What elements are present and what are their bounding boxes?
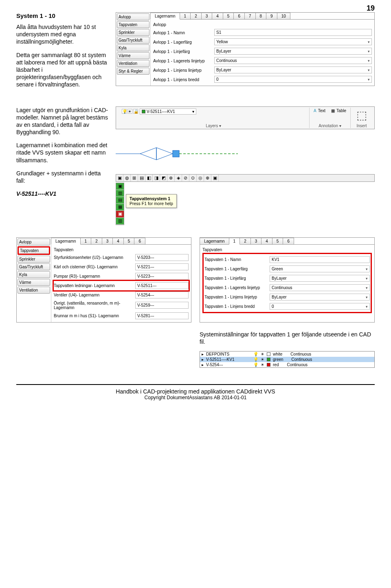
tab-6[interactable]: 6 [283,238,294,244]
property-row: Tappvaten 1 - LagerfärgGreen [204,264,370,274]
property-row: Tappvatten ledningar- LagernamnV-52511--… [53,280,190,292]
tab-2[interactable]: 2 [239,238,251,244]
sidebar-btn-vrme[interactable]: Värme [117,52,149,59]
property-label: Övrigt. (vattenlås, rensanordn, m m)- La… [54,301,135,310]
tab-1[interactable]: 1 [180,13,191,19]
bulb-icon[interactable]: 💡 [122,109,127,114]
tab-7[interactable]: 7 [244,13,256,19]
property-value[interactable]: ByLayer [270,275,370,282]
property-value[interactable]: S1 [214,29,372,36]
tab-5[interactable]: 5 [272,238,283,244]
footer-divider [16,384,375,385]
layer-row[interactable]: ▸V-52511----KV1💡☀greenContinuous [200,357,374,362]
sidebar-btn-ventilation[interactable]: Ventilation [117,60,149,67]
property-value[interactable]: 0 [270,303,370,310]
ribbon-group-annotation[interactable]: Annotation ▾ [313,123,347,128]
property-row: Avlopp 1 - LagerfärgYellow [153,37,372,46]
property-label: Kärl och cisterner (R1)- Lagernamn [54,265,135,269]
sidebar-btn-styrregler[interactable]: Styr & Regler [117,68,149,75]
property-value[interactable]: ByLayer [270,294,370,301]
sidebar-btn-tappvaten[interactable]: Tappvaten [18,246,50,255]
property-value[interactable]: ByLayer [214,66,372,73]
sidebar-btn-ventilation[interactable]: Ventilation [18,287,50,294]
table-button[interactable]: Table [336,108,346,113]
sidebar-btn-sprinkler[interactable]: Sprinkler [117,29,149,36]
layer-linetype: Continuous [292,357,312,362]
tooltip-title: Tappvattensystem 1 [130,196,173,201]
sidebar-btn-gastryckluft[interactable]: Gas/Tryckluft [18,263,50,270]
property-row: Avlopp 1 - Linjens linjetypByLayer [153,65,372,75]
page-number: 19 [367,4,375,13]
property-value[interactable]: V-5203--- [135,254,189,261]
sidebar-btn-gastryckluft[interactable]: Gas/Tryckluft [117,37,149,44]
sidebar-btn-avlopp[interactable]: Avlopp [117,13,149,20]
tab-lagernamn[interactable]: Lagernamn [51,238,81,245]
layer-color: green [273,357,283,362]
svg-rect-3 [173,150,179,157]
layer-color: white [273,352,282,356]
property-value[interactable]: V-52511--- [135,282,189,289]
property-value[interactable]: Yellow [214,38,372,45]
tab-6[interactable]: 6 [233,13,245,19]
property-row: Ventiler (U4)- LagernamnV-5254--- [54,290,189,300]
paragraph-3: Lager utgör en grundfunktion i CAD-model… [16,106,110,136]
tooltip-help: Press F1 for more help [130,201,173,206]
tab-3[interactable]: 3 [250,238,262,244]
property-label: Avlopp 1 - Linjens bredd [153,77,214,82]
tab-2[interactable]: 2 [190,13,202,19]
property-row: Brunnar m m i hus (S1)- LagernamnV-5281-… [54,311,189,321]
insert-icon[interactable]: ⬚ [355,108,369,122]
vertical-toolbar: ▣ ▥ ▤ ▦ ▣ ▥ [116,183,124,225]
property-label: Tappvaten 1 - Linjefärg [204,276,270,281]
tab-1[interactable]: 1 [80,238,92,244]
text-button[interactable]: Text [318,108,325,113]
property-label: Avlopp 1 - Lagerets linjetyp [153,58,214,63]
layer-name: DEFPOINTS [206,352,251,356]
property-value[interactable]: Green [270,265,370,272]
property-value[interactable]: 0 [214,76,372,83]
tab-2[interactable]: 2 [91,238,102,244]
property-label: Ventiler (U4)- Lagernamn [54,293,135,297]
property-value[interactable]: V-5223--- [135,273,189,280]
tab-3[interactable]: 3 [102,238,113,244]
tab-4[interactable]: 4 [212,13,223,19]
tab-3[interactable]: 3 [201,13,213,19]
paragraph-1: Alla åtta huvudsystem har 10 st undersys… [16,23,110,46]
property-value[interactable]: V-5221--- [135,263,189,270]
sidebar-btn-kyla[interactable]: Kyla [117,44,149,51]
property-value[interactable]: KV1 [270,256,370,263]
tab-lagernamn[interactable]: Lagernamn [200,238,229,244]
sidebar-btn-avlopp[interactable]: Avlopp [18,239,50,245]
ribbon-group-insert: Insert [354,123,369,128]
property-value[interactable]: Continuous [270,284,370,291]
tab-1[interactable]: 1 [229,238,240,245]
tab-4[interactable]: 4 [261,238,272,244]
sun-icon[interactable]: ☀ [127,109,132,114]
property-row: Styrfunktionsenheter (U2)- LagernamnV-52… [54,253,189,262]
tab-lagernamn[interactable]: Lagernamn [150,13,180,20]
layer-row[interactable]: ▸V-5254---💡☀redContinuous [200,362,374,367]
tab-10[interactable]: 10 [277,13,290,19]
sidebar-btn-tappvaten[interactable]: Tappvaten [117,21,149,28]
color-swatch [267,352,270,356]
tab-4[interactable]: 4 [112,238,124,244]
property-value[interactable]: V-5281--- [135,312,189,319]
sidebar-btn-sprinkler[interactable]: Sprinkler [18,256,50,263]
sidebar-btn-vrme[interactable]: Värme [18,279,50,286]
ribbon-group-layers[interactable]: Layers ▾ [121,123,306,128]
layer-row[interactable]: ▸DEFPOINTS💡☀whiteContinuous [200,351,374,357]
tab-5[interactable]: 5 [223,13,234,19]
tab-8[interactable]: 8 [255,13,267,19]
sidebar-btn-kyla[interactable]: Kyla [18,271,50,278]
tab-9[interactable]: 9 [266,13,277,19]
lock-icon[interactable]: 🔒 [133,109,138,114]
property-value[interactable]: V-5254--- [135,292,189,298]
property-value[interactable]: V-5259--- [135,302,189,309]
tab-6[interactable]: 6 [134,238,145,244]
footer-title: Handbok i CAD-projektering med applikati… [16,388,375,395]
property-value[interactable]: Continuous [214,57,372,64]
tab-5[interactable]: 5 [123,238,135,244]
current-layer-dropdown[interactable]: V-52511----KV1 ▾ [140,108,196,115]
property-value[interactable]: ByLayer [214,48,372,55]
layer-manager-list: ▸DEFPOINTS💡☀whiteContinuous▸V-52511----K… [200,351,375,368]
